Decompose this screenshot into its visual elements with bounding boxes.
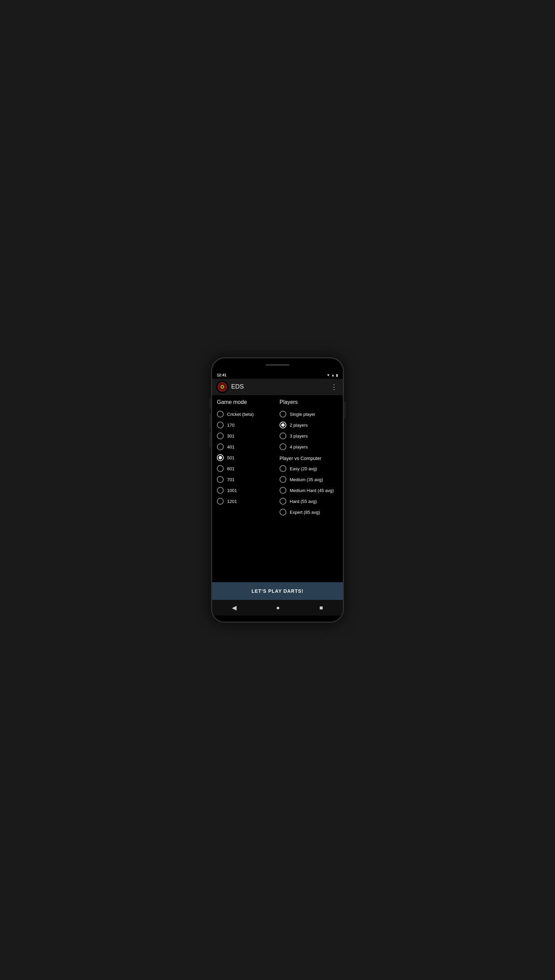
game-mode-501-radio[interactable] [217,454,224,461]
dartboard-icon [217,382,228,392]
app-toolbar: EDS ⋮ [212,379,343,395]
pvc-expert[interactable]: Expert (85 avg) [279,507,338,518]
game-mode-401[interactable]: 401 [217,441,276,452]
top-bezel [212,358,343,371]
pvc-easy[interactable]: Easy (20 avg) [279,463,338,474]
players-2-label: 2 players [290,423,308,428]
app-logo [216,381,228,393]
right-column: Players Single player 2 players 3 player… [279,399,338,578]
game-mode-701-label: 701 [227,477,234,482]
volume-down-button [209,413,211,429]
game-mode-1001-radio[interactable] [217,487,224,494]
volume-up-button [209,398,211,408]
signal-icon: ▲ [331,373,335,377]
game-mode-401-label: 401 [227,444,234,449]
pvc-expert-label: Expert (85 avg) [290,510,320,515]
players-3[interactable]: 3 players [279,430,338,441]
game-mode-1001[interactable]: 1001 [217,485,276,496]
game-mode-title: Game mode [217,399,276,405]
battery-icon: ▮ [336,373,338,377]
power-button [344,401,346,419]
players-4-radio[interactable] [279,443,286,450]
players-single-label: Single player [290,412,315,417]
game-mode-1201[interactable]: 1201 [217,496,276,507]
players-2-radio[interactable] [279,422,286,428]
pvc-medium[interactable]: Medium (35 avg) [279,474,338,485]
app-title: EDS [231,383,329,390]
game-mode-701[interactable]: 701 [217,474,276,485]
game-mode-1201-radio[interactable] [217,498,224,505]
game-mode-401-radio[interactable] [217,443,224,450]
pvc-medium-hard-label: Medium Hard (45 avg) [290,488,334,493]
pvc-medium-radio[interactable] [279,476,286,483]
wifi-icon: ▼ [327,373,330,377]
game-mode-cricket-label: Cricket (beta) [227,412,253,417]
game-mode-170[interactable]: 170 [217,420,276,430]
game-mode-cricket[interactable]: Cricket (beta) [217,409,276,420]
main-content: Game mode Cricket (beta) 170 301 401 [212,395,343,582]
players-title: Players [279,399,338,405]
game-mode-1201-label: 1201 [227,499,237,504]
pvc-easy-radio[interactable] [279,465,286,472]
pvc-medium-label: Medium (35 avg) [290,477,323,482]
game-mode-cricket-radio[interactable] [217,411,224,417]
players-2[interactable]: 2 players [279,420,338,430]
game-mode-column: Game mode Cricket (beta) 170 301 401 [217,399,276,578]
players-single-radio[interactable] [279,411,286,417]
game-mode-601-radio[interactable] [217,465,224,472]
game-mode-301-radio[interactable] [217,433,224,439]
overflow-menu-button[interactable]: ⋮ [329,382,339,392]
players-4-label: 4 players [290,444,308,449]
game-mode-301-label: 301 [227,433,234,439]
game-mode-701-radio[interactable] [217,476,224,483]
home-button[interactable]: ● [273,602,282,614]
back-button[interactable]: ◀ [229,601,239,614]
bottom-bezel [212,615,343,622]
nav-bar: ◀ ● ■ [212,600,343,615]
pvc-medium-hard-radio[interactable] [279,487,286,494]
game-mode-170-radio[interactable] [217,422,224,428]
pvc-hard[interactable]: Hard (55 avg) [279,496,338,507]
players-single[interactable]: Single player [279,409,338,420]
pvc-hard-radio[interactable] [279,498,286,505]
game-mode-170-label: 170 [227,423,234,428]
pvc-medium-hard[interactable]: Medium Hard (45 avg) [279,485,338,496]
speaker [266,364,289,366]
pvc-easy-label: Easy (20 avg) [290,466,317,471]
status-time: 12:41 [217,373,226,377]
status-icons: ▼ ▲ ▮ [327,373,338,377]
game-mode-601-label: 601 [227,466,234,471]
pvc-title: Player vs Computer [279,456,338,461]
game-mode-301[interactable]: 301 [217,430,276,441]
game-mode-1001-label: 1001 [227,488,237,493]
pvc-expert-radio[interactable] [279,509,286,516]
play-button-label: LET'S PLAY DARTS! [252,588,304,594]
players-4[interactable]: 4 players [279,441,338,452]
game-mode-601[interactable]: 601 [217,463,276,474]
play-button[interactable]: LET'S PLAY DARTS! [212,582,343,600]
players-3-label: 3 players [290,433,308,439]
recent-button[interactable]: ■ [317,602,326,614]
status-bar: 12:41 ▼ ▲ ▮ [212,371,343,379]
game-mode-501-label: 501 [227,455,234,460]
silent-button [209,432,211,448]
players-3-radio[interactable] [279,433,286,439]
pvc-hard-label: Hard (55 avg) [290,499,317,504]
game-mode-501[interactable]: 501 [217,452,276,463]
